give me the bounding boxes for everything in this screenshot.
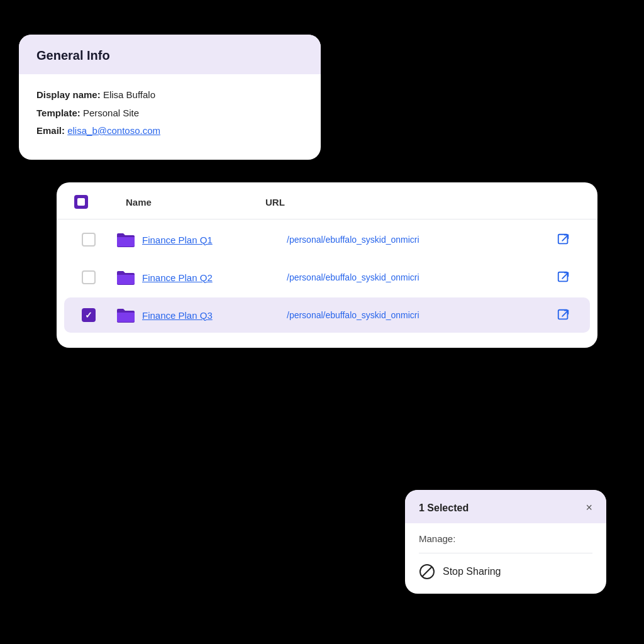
row3-checkbox[interactable] bbox=[82, 308, 96, 322]
popup-manage-label: Manage: bbox=[419, 533, 592, 544]
general-info-title: General Info bbox=[36, 48, 303, 63]
template-row: Template: Personal Site bbox=[36, 106, 303, 121]
header-checkbox-col bbox=[74, 195, 102, 209]
table-row: Finance Plan Q3 /personal/ebuffalo_syski… bbox=[64, 297, 590, 333]
folder-icon bbox=[116, 306, 136, 324]
general-info-header: General Info bbox=[19, 35, 321, 74]
email-row: Email: elisa_b@contoso.com bbox=[36, 124, 303, 138]
popup-selected-count: 1 Selected bbox=[419, 502, 469, 514]
row2-checkbox[interactable] bbox=[82, 270, 96, 284]
row3-external-link[interactable] bbox=[555, 306, 572, 324]
row1-checkbox-col bbox=[82, 233, 109, 247]
svg-rect-2 bbox=[558, 310, 568, 319]
general-info-body: Display name: Elisa Buffalo Template: Pe… bbox=[19, 74, 321, 160]
popup-body: Manage: Stop Sharing bbox=[405, 523, 606, 594]
popup-close-button[interactable]: × bbox=[586, 501, 592, 514]
display-name-row: Display name: Elisa Buffalo bbox=[36, 88, 303, 103]
popup-header: 1 Selected × bbox=[405, 490, 606, 523]
svg-rect-1 bbox=[558, 272, 568, 282]
table-header: Name URL bbox=[57, 182, 597, 219]
folder-icon bbox=[116, 269, 136, 286]
row1-checkbox[interactable] bbox=[82, 233, 96, 247]
row1-name[interactable]: Finance Plan Q1 bbox=[142, 235, 274, 245]
template-value: Personal Site bbox=[83, 108, 139, 118]
row1-external-link[interactable] bbox=[555, 231, 572, 248]
row2-url[interactable]: /personal/ebuffalo_syskid_onmicri bbox=[274, 272, 548, 282]
table-row: Finance Plan Q1 /personal/ebuffalo_syski… bbox=[64, 222, 590, 257]
select-all-checkbox[interactable] bbox=[74, 195, 88, 209]
table-row: Finance Plan Q2 /personal/ebuffalo_syski… bbox=[64, 260, 590, 295]
row2-external-link[interactable] bbox=[555, 269, 572, 286]
stop-sharing-action[interactable]: Stop Sharing bbox=[419, 564, 592, 580]
row1-url[interactable]: /personal/ebuffalo_syskid_onmicri bbox=[274, 235, 548, 245]
row2-checkbox-col bbox=[82, 270, 109, 284]
selection-popup: 1 Selected × Manage: Stop Sharing bbox=[405, 490, 606, 594]
row3-url[interactable]: /personal/ebuffalo_syskid_onmicri bbox=[274, 310, 548, 320]
email-label: Email: bbox=[36, 125, 67, 136]
svg-rect-0 bbox=[558, 235, 568, 244]
folder-icon bbox=[116, 231, 136, 248]
column-url-header: URL bbox=[265, 197, 580, 208]
stop-sharing-label: Stop Sharing bbox=[443, 566, 501, 577]
display-name-value: Elisa Buffalo bbox=[103, 89, 155, 100]
display-name-label: Display name: bbox=[36, 89, 103, 100]
file-list-card: Name URL Finance Plan Q1 /personal/ebuff… bbox=[57, 182, 597, 348]
popup-divider bbox=[419, 553, 592, 553]
column-name-header: Name bbox=[102, 197, 265, 208]
email-link[interactable]: elisa_b@contoso.com bbox=[67, 125, 160, 136]
template-label: Template: bbox=[36, 108, 83, 118]
row2-name[interactable]: Finance Plan Q2 bbox=[142, 272, 274, 283]
general-info-card: General Info Display name: Elisa Buffalo… bbox=[19, 35, 321, 160]
row3-name[interactable]: Finance Plan Q3 bbox=[142, 310, 274, 321]
row3-checkbox-col bbox=[82, 308, 109, 322]
stop-sharing-icon bbox=[419, 564, 435, 580]
